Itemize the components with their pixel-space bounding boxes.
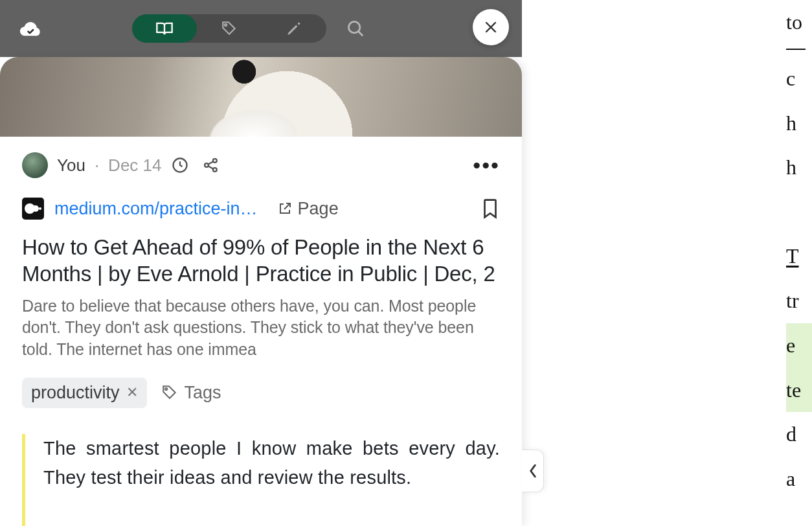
reader-mode-tab[interactable] (132, 14, 197, 43)
reader-separator (786, 49, 806, 50)
meta-row: You · Dec 14 ••• (0, 137, 522, 178)
tags-button-label: Tags (185, 383, 221, 403)
hero-image (0, 57, 522, 137)
share-button[interactable] (202, 156, 220, 174)
tag-outline-icon (161, 384, 178, 401)
tag-remove-icon[interactable]: ✕ (126, 384, 138, 401)
reader-fragment: a (786, 457, 812, 501)
add-tags-button[interactable]: Tags (161, 383, 221, 403)
article-excerpt: Dare to believe that because others have… (0, 288, 522, 361)
search-icon (346, 19, 365, 38)
view-mode-segmented (132, 14, 326, 43)
article-card: You · Dec 14 ••• mediu (0, 57, 522, 526)
highlights-mode-tab[interactable] (262, 14, 326, 43)
close-icon (483, 19, 499, 35)
share-icon (202, 156, 220, 174)
reader-toolbar (0, 0, 522, 57)
reader-fragment: e (786, 323, 812, 368)
read-later-button[interactable] (171, 156, 189, 174)
sync-cloud-icon (19, 17, 41, 40)
avatar[interactable] (22, 152, 48, 178)
page-label: Page (298, 199, 339, 219)
chevron-left-icon (528, 464, 537, 478)
meta-separator: · (95, 155, 99, 176)
reader-fragment: c (786, 56, 812, 101)
tag-chip-label: productivity (31, 383, 120, 403)
author-label: You (57, 155, 85, 176)
more-horizontal-icon: ••• (473, 153, 500, 177)
highlighter-icon (286, 20, 302, 37)
reader-fragment: tr (786, 279, 812, 323)
svg-point-6 (165, 388, 167, 390)
saved-date: Dec 14 (108, 155, 161, 176)
source-row: medium.com/practice-in… Page (0, 178, 522, 220)
reader-fragment: te (786, 368, 812, 413)
svg-point-1 (348, 21, 360, 33)
tags-row: productivity ✕ Tags (0, 361, 522, 408)
reader-fragment: d (786, 412, 812, 457)
open-original-button[interactable]: Page (277, 199, 339, 219)
search-button[interactable] (346, 19, 365, 38)
collapse-panel-button[interactable] (522, 450, 544, 492)
source-url-link[interactable]: medium.com/practice-in… (54, 199, 258, 219)
svg-point-0 (225, 24, 227, 26)
article-detail-panel: You · Dec 14 ••• mediu (0, 0, 522, 526)
bookmark-icon (480, 198, 500, 220)
quote-paragraph: They don't make decisions from assumptio… (43, 520, 500, 526)
tag-icon (221, 20, 238, 37)
bookmark-button[interactable] (480, 198, 500, 220)
reader-fragment: h (786, 101, 812, 146)
medium-logo-icon (22, 198, 44, 220)
more-menu-button[interactable]: ••• (473, 153, 500, 178)
article-title: How to Get Ahead of 99% of People in the… (0, 220, 522, 288)
reader-fragment: T (786, 234, 812, 279)
tags-mode-tab[interactable] (197, 14, 262, 43)
external-link-icon (277, 201, 293, 216)
background-reader-column: to c h h T tr e te d a (786, 0, 812, 526)
tag-chip[interactable]: productivity ✕ (22, 378, 147, 408)
book-open-icon (155, 21, 174, 36)
close-button[interactable] (473, 9, 509, 45)
highlight-quote: The smartest people I know make bets eve… (22, 434, 500, 526)
reader-fragment: h (786, 145, 812, 190)
reader-fragment: to (786, 0, 812, 45)
quote-paragraph: The smartest people I know make bets eve… (43, 434, 500, 492)
clock-icon (171, 156, 189, 174)
